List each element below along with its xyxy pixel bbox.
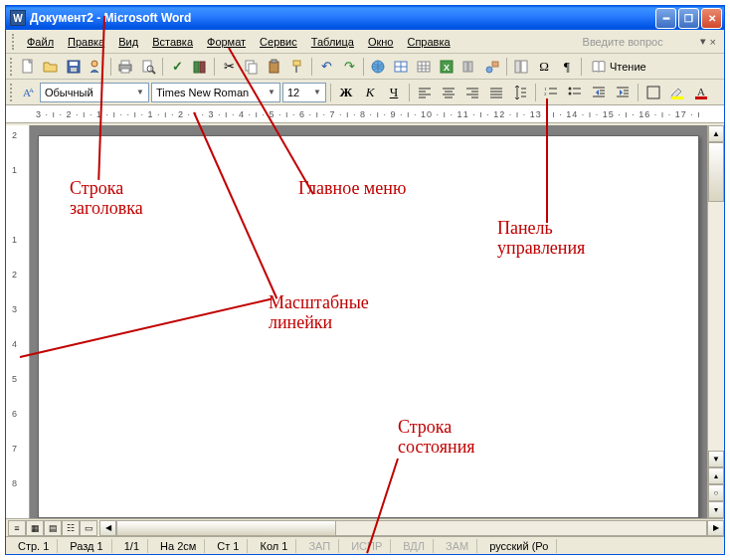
size-combo[interactable]: 12 ▼ bbox=[282, 83, 326, 102]
status-ovr[interactable]: ЗАМ bbox=[438, 539, 477, 553]
scroll-thumb[interactable] bbox=[708, 142, 724, 202]
menu-view[interactable]: Вид bbox=[111, 33, 145, 51]
numbering-button[interactable]: 12 bbox=[540, 82, 562, 103]
cut-button[interactable]: ✂ bbox=[218, 56, 240, 78]
docmap-button[interactable] bbox=[510, 56, 532, 78]
reading-layout-button[interactable]: Чтение bbox=[585, 56, 652, 78]
bullets-button[interactable] bbox=[564, 82, 586, 103]
menu-format[interactable]: Формат bbox=[200, 33, 253, 51]
status-rec[interactable]: ЗАП bbox=[300, 539, 339, 553]
paste-button[interactable] bbox=[264, 56, 285, 78]
justify-button[interactable] bbox=[485, 82, 507, 103]
styles-pane-button[interactable]: AA bbox=[18, 82, 38, 103]
menu-file[interactable]: Файл bbox=[20, 33, 61, 51]
redo-button[interactable]: ↷ bbox=[338, 56, 360, 78]
scroll-up-button[interactable]: ▲ bbox=[708, 125, 724, 142]
menu-table[interactable]: Таблица bbox=[304, 33, 361, 51]
svg-rect-16 bbox=[272, 60, 276, 63]
font-color-button[interactable]: A bbox=[690, 82, 712, 103]
copy-button[interactable] bbox=[241, 56, 263, 78]
drawing-button[interactable] bbox=[481, 56, 503, 78]
hyperlink-button[interactable] bbox=[367, 56, 389, 78]
align-right-button[interactable] bbox=[461, 82, 483, 103]
svg-rect-12 bbox=[200, 62, 205, 73]
chevron-down-icon[interactable]: ▼ bbox=[309, 88, 321, 96]
scroll-down-button[interactable]: ▼ bbox=[708, 451, 724, 467]
vertical-scrollbar[interactable]: ▲ ▼ ▴ ○ ▾ bbox=[707, 125, 724, 518]
h-scroll-thumb[interactable] bbox=[117, 521, 336, 535]
format-painter-button[interactable] bbox=[286, 56, 308, 78]
preview-button[interactable] bbox=[137, 56, 159, 78]
print-view-button[interactable]: ▤ bbox=[44, 520, 62, 536]
show-marks-button[interactable]: ¶ bbox=[556, 56, 578, 78]
align-center-button[interactable] bbox=[438, 82, 459, 103]
mdi-close-icon[interactable]: × bbox=[708, 36, 718, 48]
borders-button[interactable] bbox=[642, 82, 664, 103]
vertical-ruler[interactable]: 2 1 1 2 3 4 5 6 7 8 bbox=[6, 125, 30, 518]
font-value: Times New Roman bbox=[156, 87, 249, 98]
print-button[interactable] bbox=[114, 56, 136, 78]
menu-edit[interactable]: Правка bbox=[61, 33, 111, 51]
underline-button[interactable]: Ч bbox=[383, 82, 405, 103]
scroll-track[interactable] bbox=[708, 142, 724, 451]
status-lang[interactable]: русский (Ро bbox=[481, 539, 557, 553]
help-search-input[interactable]: Введите вопрос bbox=[579, 34, 698, 50]
style-combo[interactable]: Обычный ▼ bbox=[40, 83, 149, 102]
status-line: Ст 1 bbox=[209, 539, 248, 553]
columns-button[interactable] bbox=[458, 56, 480, 78]
permission-button[interactable] bbox=[86, 56, 107, 78]
chevron-down-icon[interactable]: ▼ bbox=[264, 88, 275, 96]
h-scroll-track[interactable] bbox=[116, 520, 707, 536]
horizontal-ruler[interactable]: 3 · ı · 2 · ı · 1 · ı · · ı · 1 · ı · 2 … bbox=[6, 105, 724, 123]
browse-object-button[interactable]: ○ bbox=[708, 484, 724, 501]
undo-button[interactable]: ↶ bbox=[315, 56, 337, 78]
new-doc-button[interactable] bbox=[17, 56, 39, 78]
save-button[interactable] bbox=[63, 56, 85, 78]
insert-table-button[interactable] bbox=[413, 56, 435, 78]
research-button[interactable] bbox=[189, 56, 211, 78]
tables-borders-button[interactable] bbox=[390, 56, 412, 78]
title-bar[interactable]: W Документ2 - Microsoft Word ━ ❐ ✕ bbox=[6, 6, 724, 30]
scroll-left-button[interactable]: ◀ bbox=[99, 520, 116, 536]
outline-view-button[interactable]: ☷ bbox=[62, 520, 80, 536]
scroll-right-button[interactable]: ▶ bbox=[707, 520, 724, 536]
web-view-button[interactable]: ▦ bbox=[26, 520, 44, 536]
browse-prev-button[interactable]: ▴ bbox=[708, 467, 724, 484]
menu-help[interactable]: Справка bbox=[400, 33, 456, 51]
svg-point-4 bbox=[91, 61, 97, 67]
status-trk[interactable]: ИСПР bbox=[343, 539, 391, 553]
minimize-button[interactable]: ━ bbox=[655, 8, 676, 29]
align-left-button[interactable] bbox=[414, 82, 436, 103]
grip-icon[interactable] bbox=[12, 34, 16, 50]
open-button[interactable] bbox=[40, 56, 62, 78]
menu-dropdown-icon[interactable]: ▾ bbox=[698, 35, 708, 48]
increase-indent-button[interactable] bbox=[612, 82, 634, 103]
close-button[interactable]: ✕ bbox=[701, 8, 722, 29]
menu-window[interactable]: Окно bbox=[361, 33, 401, 51]
svg-rect-35 bbox=[521, 61, 527, 73]
document-area[interactable] bbox=[30, 125, 707, 518]
menu-service[interactable]: Сервис bbox=[253, 33, 304, 51]
grip-icon[interactable] bbox=[10, 84, 14, 101]
spellcheck-button[interactable]: ✓ bbox=[166, 56, 188, 78]
line-spacing-button[interactable] bbox=[509, 82, 531, 103]
svg-text:X: X bbox=[444, 63, 450, 73]
decrease-indent-button[interactable] bbox=[588, 82, 610, 103]
browse-next-button[interactable]: ▾ bbox=[708, 501, 724, 518]
grip-icon[interactable] bbox=[10, 58, 14, 76]
chevron-down-icon[interactable]: ▼ bbox=[132, 88, 144, 96]
maximize-button[interactable]: ❐ bbox=[678, 8, 699, 29]
highlight-button[interactable] bbox=[666, 82, 688, 103]
horizontal-scrollbar[interactable]: ◀ ▶ bbox=[99, 520, 724, 536]
excel-button[interactable]: X bbox=[436, 56, 457, 78]
book-icon bbox=[591, 59, 607, 75]
bold-button[interactable]: Ж bbox=[335, 82, 357, 103]
font-combo[interactable]: Times New Roman ▼ bbox=[151, 83, 280, 102]
equation-button[interactable]: Ω bbox=[533, 56, 555, 78]
status-ext[interactable]: ВДЛ bbox=[395, 539, 434, 553]
page[interactable] bbox=[38, 135, 699, 518]
menu-insert[interactable]: Вставка bbox=[145, 33, 200, 51]
reading-view-button[interactable]: ▭ bbox=[80, 520, 97, 536]
italic-button[interactable]: К bbox=[359, 82, 381, 103]
normal-view-button[interactable]: ≡ bbox=[8, 520, 26, 536]
